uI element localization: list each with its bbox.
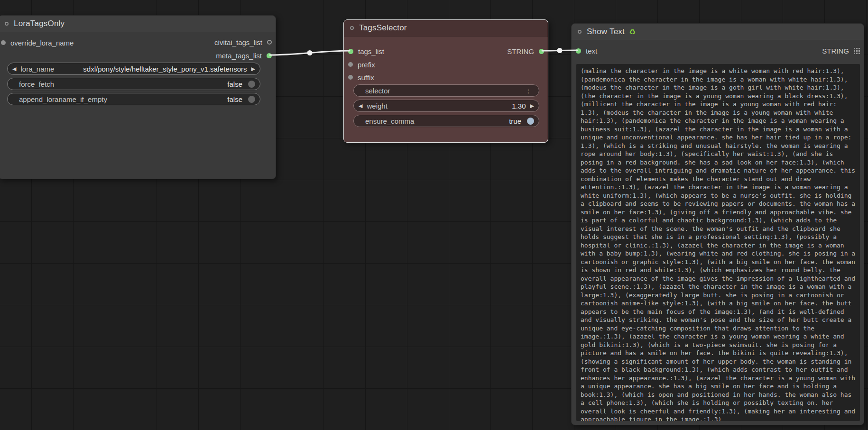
widget-value: true — [509, 117, 521, 125]
output-slot-string: STRING — [507, 46, 544, 57]
force-fetch-toggle-widget[interactable]: force_fetch false — [7, 78, 260, 90]
input-port-tags-list[interactable] — [348, 49, 353, 54]
grid-handle-icon[interactable] — [853, 47, 860, 54]
output-type-row: STRING — [822, 45, 860, 56]
slot-label: prefix — [358, 61, 375, 69]
node-show-text: Show Text ♻ text STRING (malina the char… — [571, 23, 864, 425]
node-title: Show Text — [587, 27, 625, 37]
widget-label: selector — [365, 87, 390, 95]
output-port-civitai-tags-list[interactable] — [267, 40, 272, 45]
node-title: TagsSelector — [359, 23, 407, 33]
output-port-meta-tags-list[interactable] — [267, 53, 272, 58]
output-port-string[interactable] — [539, 49, 544, 54]
wire-midpoint-dot[interactable] — [557, 48, 563, 53]
type-label: STRING — [822, 47, 849, 55]
toggle-knob-icon[interactable] — [248, 81, 255, 88]
pysssss-badge-icon: ♻ — [629, 27, 636, 37]
collapse-dot-icon[interactable] — [5, 22, 9, 26]
widget-value: false — [227, 95, 242, 103]
arrow-right-icon[interactable]: ▶ — [251, 66, 255, 72]
slot-label: civitai_tags_list — [214, 38, 262, 46]
collapse-dot-icon[interactable] — [350, 26, 354, 30]
widget-label: lora_name — [20, 65, 54, 73]
wire-meta-tags-to-tags-list[interactable] — [270, 51, 350, 55]
node-header-lora-tags-only[interactable]: LoraTagsOnly — [0, 16, 276, 32]
slot-label: override_lora_name — [10, 39, 74, 47]
input-slot-prefix: prefix — [348, 59, 375, 70]
output-slot-meta-tags-list: meta_tags_list — [216, 50, 272, 61]
slot-label: tags_list — [358, 47, 384, 55]
node-lora-tags-only: LoraTagsOnly override_lora_name civitai_… — [0, 15, 276, 179]
wire-midpoint-dot[interactable] — [307, 50, 313, 55]
widget-label: weight — [367, 102, 387, 110]
append-loraname-toggle-widget[interactable]: append_loraname_if_empty false — [7, 93, 260, 105]
slot-label: meta_tags_list — [216, 52, 262, 60]
input-slot-text: text — [576, 45, 597, 56]
toggle-knob-icon[interactable] — [527, 118, 534, 125]
node-header-tags-selector[interactable]: TagsSelector — [344, 20, 548, 37]
arrow-left-icon[interactable]: ◀ — [12, 66, 16, 72]
output-slot-civitai-tags-list: civitai_tags_list — [214, 37, 272, 48]
widget-value: 1.30 — [512, 102, 526, 110]
slot-label: text — [586, 47, 597, 55]
widget-label: force_fetch — [19, 80, 54, 88]
arrow-right-icon[interactable]: ▶ — [530, 103, 534, 109]
input-port-suffix[interactable] — [348, 75, 353, 80]
input-slot-suffix: suffix — [348, 72, 374, 83]
input-slot-tags-list: tags_list — [348, 46, 384, 57]
node-graph-canvas[interactable]: { "icons": { "arrow_left": "◀", "arrow_r… — [0, 0, 868, 430]
widget-value: sdxl/pony/style/helltaker_style_pony_v1.… — [83, 65, 247, 73]
slot-label: suffix — [358, 73, 374, 82]
ensure-comma-toggle-widget[interactable]: ensure_comma true — [353, 115, 539, 127]
arrow-left-icon[interactable]: ◀ — [359, 103, 362, 109]
weight-number-widget[interactable]: ◀ weight 1.30 ▶ — [353, 100, 539, 112]
input-port-text[interactable] — [576, 48, 581, 54]
widget-label: ensure_comma — [365, 117, 414, 125]
node-title: LoraTagsOnly — [14, 19, 65, 28]
widget-label: append_loraname_if_empty — [19, 95, 107, 103]
widget-value: false — [227, 80, 242, 88]
collapse-dot-icon[interactable] — [578, 30, 582, 34]
input-port-prefix[interactable] — [348, 62, 353, 67]
node-tags-selector: TagsSelector tags_list STRING prefix suf… — [343, 19, 548, 143]
selector-widget[interactable]: selector : — [353, 84, 539, 97]
lora-name-combo-widget[interactable]: ◀ lora_name sdxl/pony/style/helltaker_st… — [7, 63, 260, 75]
input-slot-override-lora-name: override_lora_name — [1, 37, 74, 48]
toggle-knob-icon[interactable] — [248, 96, 255, 103]
show-text-output-area[interactable]: (malina the character in the image is a … — [576, 64, 860, 421]
input-port-override-lora-name[interactable] — [1, 40, 6, 45]
widget-value: : — [527, 87, 529, 95]
node-header-show-text[interactable]: Show Text ♻ — [572, 24, 864, 40]
slot-label: STRING — [507, 47, 534, 55]
